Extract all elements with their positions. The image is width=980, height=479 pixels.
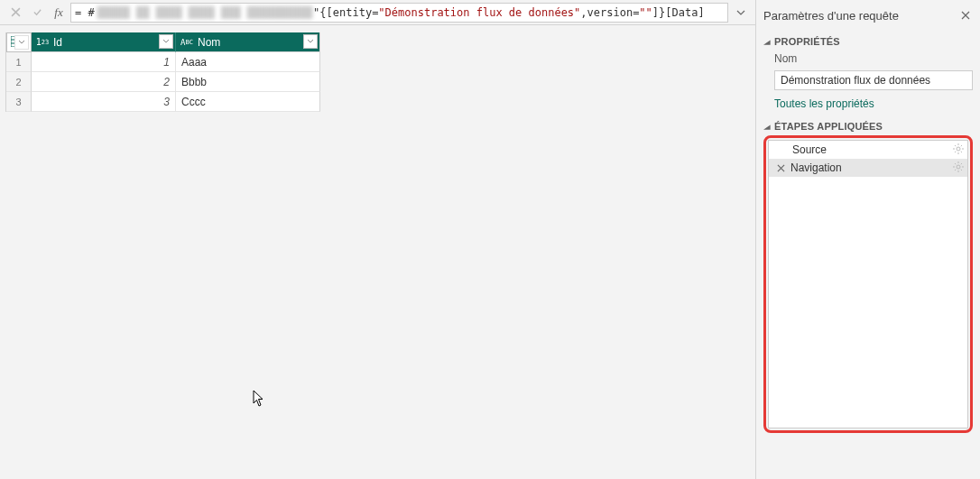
svg-line-9 [955, 145, 956, 146]
svg-line-10 [961, 151, 962, 152]
formula-obscured: █████ ██ ████ ████ ███ ██████████ [97, 6, 312, 19]
formula-string2: "" [639, 6, 652, 19]
query-settings-panel: Paramètres d'une requête ◢ PROPRIÉTÉS No… [756, 0, 980, 479]
row-number[interactable]: 1 [6, 52, 32, 72]
caret-down-icon: ◢ [763, 123, 771, 130]
formula-cancel-button[interactable] [5, 3, 25, 23]
formula-part3: ]}[Data] [652, 6, 705, 19]
svg-point-13 [957, 165, 960, 169]
grid-select-all[interactable] [6, 32, 32, 52]
svg-line-19 [961, 169, 962, 170]
formula-bar: fx = # █████ ██ ████ ████ ███ ██████████… [0, 0, 755, 25]
fx-icon[interactable]: fx [49, 3, 69, 23]
applied-steps-list: Source Navigation [768, 140, 968, 428]
column-header-id[interactable]: 123 Id [32, 32, 176, 52]
formula-part2: ,version= [580, 6, 639, 19]
caret-down-icon: ◢ [763, 38, 771, 45]
int-type-icon: 123 [35, 36, 50, 49]
svg-line-18 [955, 163, 956, 164]
cell-id[interactable]: 3 [32, 92, 176, 112]
column-header-nom[interactable]: ABC Nom [176, 32, 320, 52]
formula-confirm-button[interactable] [27, 3, 47, 23]
step-source[interactable]: Source [769, 141, 967, 159]
cell-id[interactable]: 2 [32, 72, 176, 92]
svg-line-12 [961, 145, 962, 146]
applied-steps-section-header[interactable]: ◢ ÉTAPES APPLIQUÉES [763, 121, 973, 132]
row-number[interactable]: 3 [6, 92, 32, 112]
panel-title: Paramètres d'une requête [763, 9, 899, 23]
table-menu-button[interactable] [14, 35, 29, 50]
formula-expand-button[interactable] [732, 3, 750, 23]
query-name-input[interactable]: Démonstration flux de données [774, 70, 973, 90]
gear-icon[interactable] [953, 161, 964, 175]
gear-icon[interactable] [953, 143, 964, 157]
applied-steps-label: ÉTAPES APPLIQUÉES [774, 121, 883, 132]
step-label: Navigation [790, 161, 842, 174]
query-name-value: Démonstration flux de données [781, 74, 930, 87]
svg-point-4 [957, 147, 960, 151]
formula-string1: "Démonstration flux de données" [378, 6, 580, 19]
delete-step-icon[interactable] [774, 164, 787, 172]
column-header-label: Nom [198, 36, 220, 49]
column-filter-button[interactable] [159, 34, 173, 49]
svg-line-20 [955, 169, 956, 170]
column-header-label: Id [53, 36, 62, 49]
properties-label: PROPRIÉTÉS [774, 36, 840, 47]
close-icon[interactable] [958, 8, 973, 23]
svg-line-11 [955, 151, 956, 152]
cell-nom[interactable]: Aaaa [176, 52, 320, 72]
column-filter-button[interactable] [303, 34, 318, 49]
name-label: Nom [774, 52, 973, 65]
all-properties-link[interactable]: Toutes les propriétés [774, 97, 973, 110]
cell-nom[interactable]: Bbbb [176, 72, 320, 92]
text-type-icon: ABC [180, 36, 194, 49]
formula-prefix: = # [75, 6, 95, 19]
step-navigation[interactable]: Navigation [769, 159, 967, 177]
applied-steps-highlight: Source Navigation [763, 135, 973, 433]
properties-section-header[interactable]: ◢ PROPRIÉTÉS [763, 36, 973, 47]
cell-nom[interactable]: Cccc [176, 92, 320, 112]
formula-part1: "{[entity= [313, 6, 378, 19]
cell-id[interactable]: 1 [32, 52, 176, 72]
svg-line-21 [961, 163, 962, 164]
formula-input[interactable]: = # █████ ██ ████ ████ ███ ██████████ "{… [70, 3, 728, 23]
row-number[interactable]: 2 [6, 72, 32, 92]
data-grid[interactable]: 123 Id ABC Nom 1 1 Aaaa 2 [5, 32, 320, 112]
step-label: Source [792, 143, 827, 156]
